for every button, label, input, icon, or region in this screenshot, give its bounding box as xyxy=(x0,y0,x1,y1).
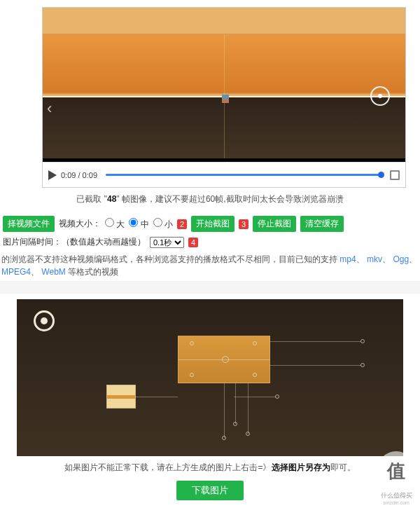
start-capture-button[interactable]: 开始截图 xyxy=(191,216,234,232)
interval-label: 图片间隔时间：（数值越大动画越慢） xyxy=(3,236,146,248)
video-controls: 0:09 / 0:09 xyxy=(43,162,405,187)
download-hint: 如果图片不能正常下载，请在上方生成的图片上右击=》选择图片另存为即可。 xyxy=(3,462,417,474)
badge-3: 3 xyxy=(239,219,248,229)
download-button[interactable]: 下载图片 xyxy=(176,481,244,500)
seek-bar[interactable] xyxy=(106,174,382,176)
diagram-block-small xyxy=(106,385,136,409)
format-link-mp4[interactable]: mp4 xyxy=(340,254,356,264)
capture-status: 已截取 "48" 帧图像，建议不要超过60帧,截取时间太长会导致浏览器崩溃 xyxy=(3,193,417,205)
format-link-mkv[interactable]: mkv xyxy=(367,254,382,264)
output-preview xyxy=(17,299,403,456)
target-ring-icon xyxy=(370,86,390,106)
compat-note: 的浏览器不支持这种视频编码格式，各种浏览器支持的播放格式不尽相同，目前已知的支持… xyxy=(0,250,420,281)
size-small-radio[interactable]: 小 xyxy=(153,218,173,231)
choose-file-button[interactable]: 择视频文件 xyxy=(3,216,55,232)
format-link-webm[interactable]: WebM xyxy=(41,267,65,277)
format-link-ogg[interactable]: Ogg xyxy=(393,254,409,264)
prev-arrow-icon[interactable]: ‹ xyxy=(47,99,52,118)
fullscreen-icon[interactable] xyxy=(390,170,400,180)
clear-cache-button[interactable]: 清空缓存 xyxy=(300,216,344,232)
format-link-mpeg4[interactable]: MPEG4 xyxy=(1,267,31,277)
video-frame: ‹ xyxy=(43,8,405,158)
play-icon[interactable] xyxy=(48,170,57,180)
badge-4: 4 xyxy=(188,238,198,247)
stop-capture-button[interactable]: 停止截图 xyxy=(253,216,296,232)
delay-select[interactable]: 0.1秒 xyxy=(150,237,184,248)
video-player[interactable]: ‹ 0:09 / 0:09 xyxy=(42,7,406,188)
size-medium-radio[interactable]: 中 xyxy=(129,218,148,231)
size-large-radio[interactable]: 大 xyxy=(105,218,125,231)
size-label: 视频大小： xyxy=(59,218,101,230)
target-ring-icon xyxy=(34,310,55,331)
badge-2: 2 xyxy=(177,219,187,229)
options-toolbar: 择视频文件 视频大小： 大 中 小 2 开始截图 3 停止截图 清空缓存 图片间… xyxy=(0,214,420,250)
video-time: 0:09 / 0:09 xyxy=(61,171,97,179)
